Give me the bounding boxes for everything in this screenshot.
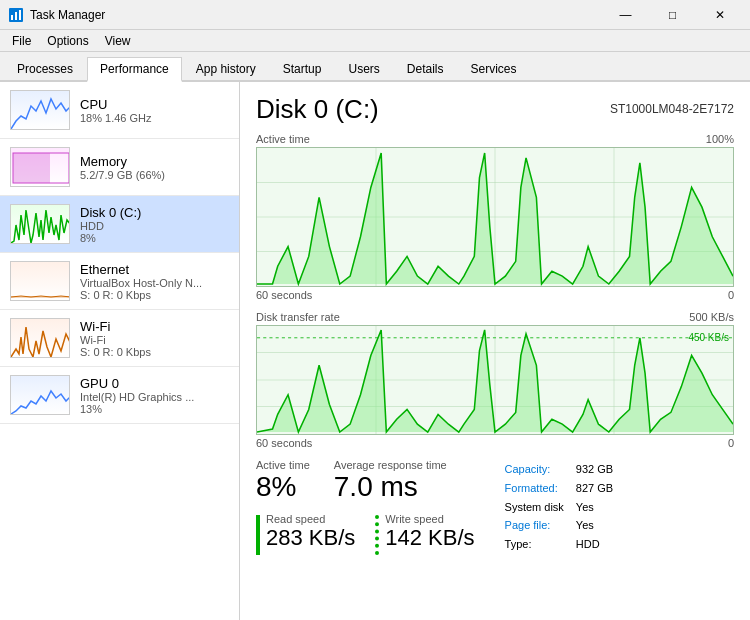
sidebar-item-cpu[interactable]: CPU 18% 1.46 GHz: [0, 82, 239, 139]
cpu-info: CPU 18% 1.46 GHz: [80, 97, 229, 124]
menu-file[interactable]: File: [4, 32, 39, 50]
chart1-footer-right: 0: [728, 289, 734, 301]
write-speed-label: Write speed: [385, 513, 474, 525]
chart2-label-row: Disk transfer rate 500 KB/s: [256, 311, 734, 323]
window-title: Task Manager: [30, 8, 603, 22]
write-speed-value: 142 KB/s: [385, 525, 474, 551]
taskmanager-icon: [8, 7, 24, 23]
menubar: File Options View: [0, 30, 750, 52]
system-disk-value: Yes: [576, 501, 613, 518]
panel-header: Disk 0 (C:) ST1000LM048-2E7172: [256, 94, 734, 125]
avg-resp-value: 7.0 ms: [334, 471, 447, 503]
tabbar: Processes Performance App history Startu…: [0, 52, 750, 82]
chart1-max: 100%: [706, 133, 734, 145]
minimize-button[interactable]: —: [603, 0, 648, 30]
gpu-sub1: Intel(R) HD Graphics ...: [80, 391, 229, 403]
sidebar-item-gpu[interactable]: GPU 0 Intel(R) HD Graphics ... 13%: [0, 367, 239, 424]
active-time-stat: Active time 8%: [256, 459, 310, 503]
tab-processes[interactable]: Processes: [4, 57, 86, 80]
active-time-stat-value: 8%: [256, 471, 310, 503]
mem-thumbnail: [10, 147, 70, 187]
cpu-label: CPU: [80, 97, 229, 112]
svg-rect-2: [15, 12, 17, 20]
chart1-footer-left: 60 seconds: [256, 289, 312, 301]
system-disk-label: System disk: [505, 501, 564, 518]
svg-rect-5: [13, 153, 50, 183]
gpu-info: GPU 0 Intel(R) HD Graphics ... 13%: [80, 376, 229, 415]
page-file-value: Yes: [576, 519, 613, 536]
write-speed-bar: [375, 515, 379, 555]
chart2-marker: 450 KB/s: [688, 332, 729, 343]
panel-model: ST1000LM048-2E7172: [610, 102, 734, 116]
tab-apphistory[interactable]: App history: [183, 57, 269, 80]
tab-services[interactable]: Services: [458, 57, 530, 80]
read-speed-info: Read speed 283 KB/s: [266, 513, 355, 551]
type-value: HDD: [576, 538, 613, 555]
tab-startup[interactable]: Startup: [270, 57, 335, 80]
stats-left: Active time 8% Average response time 7.0…: [256, 459, 475, 555]
disk-sub1: HDD: [80, 220, 229, 232]
avg-resp-stat: Average response time 7.0 ms: [334, 459, 447, 503]
menu-options[interactable]: Options: [39, 32, 96, 50]
main-content: CPU 18% 1.46 GHz Memory 5.2/7.9 GB (66%): [0, 82, 750, 620]
gpu-thumbnail: [10, 375, 70, 415]
eth-thumbnail: [10, 261, 70, 301]
read-speed-block: Read speed 283 KB/s: [256, 513, 355, 555]
chart2-max: 500 KB/s: [689, 311, 734, 323]
sidebar-item-ethernet[interactable]: Ethernet VirtualBox Host-Only N... S: 0 …: [0, 253, 239, 310]
panel-title: Disk 0 (C:): [256, 94, 379, 125]
menu-view[interactable]: View: [97, 32, 139, 50]
read-speed-bar: [256, 515, 260, 555]
gpu-label: GPU 0: [80, 376, 229, 391]
disk-panel: Disk 0 (C:) ST1000LM048-2E7172 Active ti…: [240, 82, 750, 620]
disk-sub2: 8%: [80, 232, 229, 244]
disk-label: Disk 0 (C:): [80, 205, 229, 220]
read-speed-label: Read speed: [266, 513, 355, 525]
tab-performance[interactable]: Performance: [87, 57, 182, 82]
eth-info: Ethernet VirtualBox Host-Only N... S: 0 …: [80, 262, 229, 301]
chart2-footer-right: 0: [728, 437, 734, 449]
capacity-value: 932 GB: [576, 463, 613, 480]
cpu-thumbnail: [10, 90, 70, 130]
tab-users[interactable]: Users: [335, 57, 392, 80]
window-controls: — □ ✕: [603, 0, 742, 30]
wifi-sub2: S: 0 R: 0 Kbps: [80, 346, 229, 358]
details-grid: Capacity: 932 GB Formatted: 827 GB Syste…: [505, 463, 614, 555]
eth-sub2: S: 0 R: 0 Kbps: [80, 289, 229, 301]
page-file-label: Page file:: [505, 519, 564, 536]
tab-details[interactable]: Details: [394, 57, 457, 80]
type-label: Type:: [505, 538, 564, 555]
primary-stats: Active time 8% Average response time 7.0…: [256, 459, 475, 503]
wifi-thumbnail: [10, 318, 70, 358]
chart2-footer: 60 seconds 0: [256, 437, 734, 449]
wifi-info: Wi-Fi Wi-Fi S: 0 R: 0 Kbps: [80, 319, 229, 358]
capacity-label: Capacity:: [505, 463, 564, 480]
cpu-sub: 18% 1.46 GHz: [80, 112, 229, 124]
sidebar-item-memory[interactable]: Memory 5.2/7.9 GB (66%): [0, 139, 239, 196]
sidebar-item-disk[interactable]: Disk 0 (C:) HDD 8%: [0, 196, 239, 253]
svg-rect-3: [19, 10, 21, 20]
write-speed-info: Write speed 142 KB/s: [385, 513, 474, 551]
chart1-label: Active time: [256, 133, 310, 145]
wifi-label: Wi-Fi: [80, 319, 229, 334]
active-time-stat-label: Active time: [256, 459, 310, 471]
speed-stats: Read speed 283 KB/s Write speed 142 KB/s: [256, 513, 475, 555]
chart1-footer: 60 seconds 0: [256, 289, 734, 301]
chart1-label-row: Active time 100%: [256, 133, 734, 145]
avg-resp-label: Average response time: [334, 459, 447, 471]
close-button[interactable]: ✕: [697, 0, 742, 30]
disk-info: Disk 0 (C:) HDD 8%: [80, 205, 229, 244]
write-speed-block: Write speed 142 KB/s: [375, 513, 474, 555]
sidebar: CPU 18% 1.46 GHz Memory 5.2/7.9 GB (66%): [0, 82, 240, 620]
transfer-rate-chart: 450 KB/s: [256, 325, 734, 435]
chart2-label: Disk transfer rate: [256, 311, 340, 323]
formatted-value: 827 GB: [576, 482, 613, 499]
mem-label: Memory: [80, 154, 229, 169]
maximize-button[interactable]: □: [650, 0, 695, 30]
sidebar-item-wifi[interactable]: Wi-Fi Wi-Fi S: 0 R: 0 Kbps: [0, 310, 239, 367]
chart2-footer-left: 60 seconds: [256, 437, 312, 449]
wifi-sub1: Wi-Fi: [80, 334, 229, 346]
disk-thumbnail: [10, 204, 70, 244]
mem-info: Memory 5.2/7.9 GB (66%): [80, 154, 229, 181]
mem-sub: 5.2/7.9 GB (66%): [80, 169, 229, 181]
